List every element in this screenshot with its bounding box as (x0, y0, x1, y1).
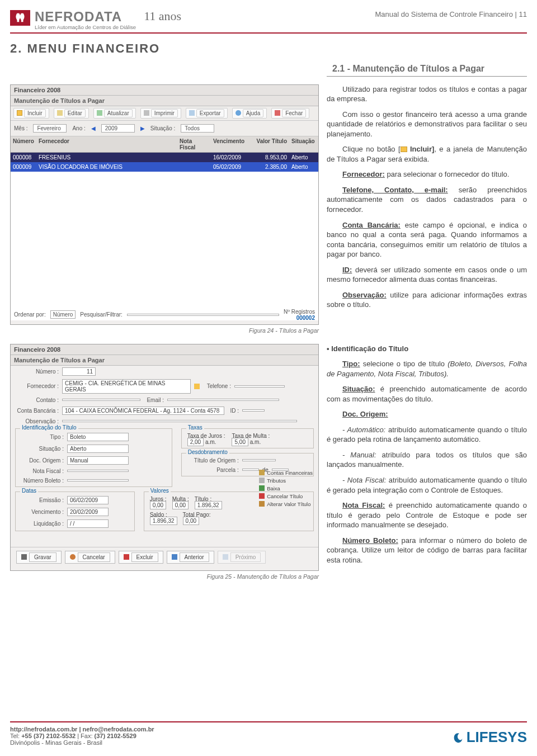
document-header: Manual do Sistema de Controle Financeiro… (375, 10, 527, 18)
anterior-button[interactable]: Anterior (167, 551, 214, 564)
list-footer: Ordenar por: Número Pesquisar/Filtrar: N… (14, 309, 315, 321)
new-icon (401, 147, 407, 152)
contato-input[interactable] (62, 399, 140, 401)
totpago-input: 0,00 (183, 517, 199, 525)
action-alter-value[interactable]: Alterar Valor Título (259, 501, 313, 507)
action-tributos[interactable]: Tributos (259, 478, 313, 484)
doc-select[interactable]: Manual (67, 456, 129, 465)
body-text: - Manual: atribuído para todos os título… (327, 450, 527, 470)
ordenar-select[interactable]: Número (50, 310, 76, 319)
side-actions: Contas Financeiras Tributos Baixa Cancel… (259, 470, 313, 507)
ano-input[interactable]: 2009 (101, 124, 135, 133)
delete-icon (124, 554, 129, 560)
tipo-select[interactable]: Boleto (67, 433, 129, 441)
figure-caption-1: Figura 24 - Títulos a Pagar (10, 327, 319, 334)
screenshot-list-window: Financeiro 2008 Manutenção de Títulos a … (10, 84, 319, 325)
money-icon (259, 470, 265, 475)
window-subtitle: Manutenção de Títulos a Pagar (11, 96, 318, 106)
body-text: Tipo: selecione o tipo de título (Boleto… (327, 359, 527, 379)
action-baixa[interactable]: Baixa (259, 485, 313, 492)
body-text: Conta Bancária: este campo é opcional, e… (327, 220, 527, 259)
tax-icon (259, 478, 265, 483)
edit-icon (57, 110, 63, 116)
footer-phone: Tel: +55 (37) 2102-5532 | Fax: (37) 2102… (10, 733, 154, 739)
toolbar-fechar[interactable]: Fechar (271, 108, 309, 119)
multa-input[interactable]: 0,00 (172, 501, 189, 509)
refresh-icon (97, 110, 102, 116)
situacao-select[interactable]: Aberto (67, 445, 129, 453)
fornecedor-select[interactable]: CEMIG - CIA. ENERGÉTICA DE MINAS GERAIS (62, 379, 191, 394)
toolbar-exportar[interactable]: Exportar (186, 108, 228, 119)
body-heading: • Identificação do Título (327, 344, 527, 354)
venc-input[interactable]: 20/02/2009 (67, 508, 109, 516)
body-text: Nota Fiscal: é preenchido automaticament… (327, 500, 527, 530)
numero-input[interactable]: 11 (62, 367, 96, 376)
body-text: - Nota Fiscal: atribuído automaticamente… (327, 475, 527, 495)
next-year[interactable]: ▶ (140, 125, 145, 131)
action-contas[interactable]: Contas Financeiras (259, 470, 313, 476)
nf-input[interactable] (67, 470, 129, 472)
toolbar-editar[interactable]: Editar (54, 108, 89, 119)
figure-caption-2: Figura 25 - Manutenção de Títulos a Paga… (10, 573, 319, 580)
export-icon (189, 110, 195, 116)
check-icon (259, 485, 265, 491)
liq-input[interactable]: / / (67, 519, 109, 528)
x-icon (259, 493, 265, 499)
id-input[interactable] (242, 409, 265, 412)
toolbar-imprimir[interactable]: Imprimir (140, 108, 181, 119)
body-text: Clique no botão [ Incluir], e a janela d… (327, 144, 527, 164)
cancelar-button[interactable]: Cancelar (65, 551, 115, 564)
record-count: 000002 (296, 315, 315, 321)
mes-select[interactable]: Fevereiro (33, 124, 67, 133)
taxa-juros-input[interactable]: 2,00 (187, 438, 204, 446)
toolbar-atualizar[interactable]: Atualizar (93, 108, 136, 119)
telefone-input[interactable] (234, 385, 285, 388)
prev-year[interactable]: ◀ (91, 125, 96, 131)
action-cancel-title[interactable]: Cancelar Título (259, 493, 313, 499)
window-title: Financeiro 2008 (11, 344, 318, 355)
gravar-button[interactable]: Gravar (16, 551, 62, 564)
brand-name: NEFRODATA (35, 10, 136, 23)
conta-select[interactable]: 104 - CAIXA ECONÔMICA FEDERAL - Ag. 1124… (62, 407, 224, 415)
body-text: Fornecedor: para selecionar o fornecedor… (327, 169, 527, 179)
excluir-button[interactable]: Excluir (119, 551, 163, 564)
next-icon (223, 554, 228, 560)
subsection-title: 2.1 - Manutenção de Títulos a Pagar (327, 60, 527, 77)
table-row[interactable]: 000009 VISÃO LOCADORA DE IMÓVEIS 05/02/2… (11, 162, 318, 172)
help-icon (235, 110, 241, 116)
lifesys-logo: LIFESYS (452, 729, 527, 746)
header-rule (10, 32, 527, 34)
titorig-input[interactable] (242, 459, 276, 461)
sit-select[interactable]: Todos (181, 124, 214, 133)
obs-input[interactable] (62, 420, 297, 422)
proximo-button[interactable]: Próximo (218, 551, 266, 564)
table-header: Número Fornecedor Nota Fiscal Vencimento… (11, 136, 318, 153)
titulo-input[interactable]: 1.896,32 (195, 501, 222, 509)
taxa-multa-input[interactable]: 5,00 (232, 438, 248, 446)
search-input[interactable] (127, 314, 279, 316)
screenshot-form-window: Financeiro 2008 Manutenção de Títulos a … (10, 344, 319, 571)
body-text: Utilizado para registrar todos os título… (327, 84, 527, 104)
lookup-icon[interactable] (194, 384, 200, 389)
emissao-input[interactable]: 06/02/2009 (67, 496, 109, 504)
taxas-legend: Taxas (186, 424, 204, 431)
body-text: - Automático: atribuído automaticamente … (327, 425, 527, 445)
brand-tagline: Líder em Automação de Centros de Diálise (35, 25, 136, 30)
parc-input[interactable] (242, 469, 259, 471)
prev-icon (172, 554, 177, 560)
footer-address: Divinópolis - Minas Gerais - Brasil (10, 739, 154, 746)
section-title: 2. MENU FINANCEIRO (10, 41, 527, 56)
email-input[interactable] (167, 399, 279, 401)
mes-label: Mês : (14, 125, 27, 131)
numboleto-input[interactable] (67, 479, 129, 481)
logo-mark-icon (10, 10, 30, 26)
body-text: Observação: utilize para adicionar infor… (327, 290, 527, 310)
toolbar: Incluir Editar Atualizar Imprimir Export… (11, 106, 318, 121)
sit-label: Situação : (150, 125, 175, 131)
logo: NEFRODATA Líder em Automação de Centros … (10, 10, 181, 30)
table-row[interactable]: 000008 FRESENIUS 16/02/2009 8.953,00 Abe… (11, 153, 318, 162)
juros-input[interactable]: 0,00 (150, 501, 166, 509)
toolbar-ajuda[interactable]: Ajuda (232, 108, 267, 119)
toolbar-incluir[interactable]: Incluir (13, 108, 49, 119)
body-text: Situação: é preenchido automaticamente d… (327, 384, 527, 404)
